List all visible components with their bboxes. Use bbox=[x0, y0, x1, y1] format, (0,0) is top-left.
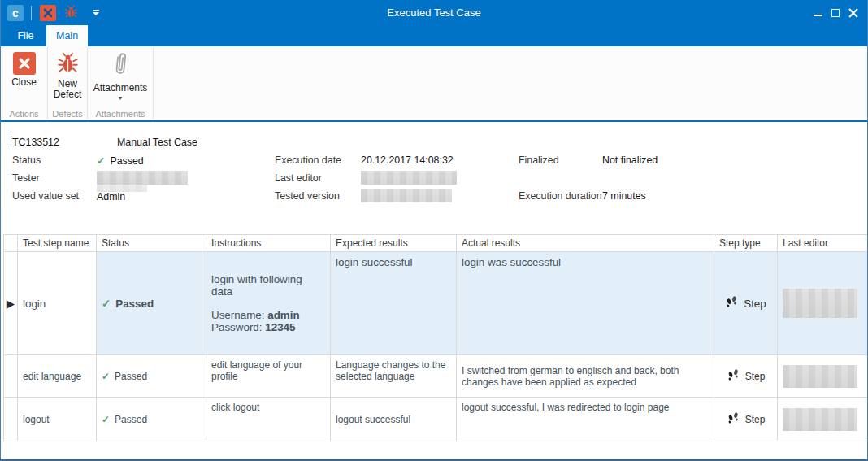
close-icon bbox=[848, 8, 858, 18]
col-header-last-editor[interactable]: Last editor bbox=[778, 235, 868, 252]
qat-close-button[interactable] bbox=[39, 4, 57, 22]
cell-test-step-name[interactable]: logout bbox=[18, 398, 97, 441]
tested-version-label: Tested version bbox=[275, 190, 340, 202]
cell-test-step-name[interactable]: edit language bbox=[18, 355, 97, 398]
execution-duration-label: Execution duration bbox=[519, 190, 602, 202]
cell-instructions[interactable]: edit language of your profile bbox=[206, 355, 331, 398]
row-indicator-icon: ▶ bbox=[7, 298, 15, 310]
bug-icon bbox=[64, 5, 78, 21]
step-type-label: Step bbox=[744, 298, 766, 310]
cell-instructions[interactable]: login with following data Username: admi… bbox=[206, 252, 331, 355]
last-editor-redacted bbox=[783, 365, 857, 388]
col-header-status[interactable]: Status bbox=[97, 235, 206, 252]
close-button[interactable]: Close bbox=[7, 49, 41, 91]
close-window-button[interactable] bbox=[844, 3, 862, 23]
col-header-test-step-name[interactable]: Test step name bbox=[18, 235, 97, 252]
tested-version-value-redacted bbox=[361, 189, 452, 202]
last-editor-redacted bbox=[783, 289, 857, 318]
cell-expected-results[interactable]: logout successful bbox=[331, 398, 457, 441]
close-x-icon bbox=[40, 5, 56, 21]
col-header-actual-results[interactable]: Actual results bbox=[457, 235, 714, 252]
execution-duration-value: 7 minutes bbox=[602, 190, 646, 202]
cell-expected-results[interactable]: Language changes to the selected languag… bbox=[331, 355, 457, 398]
table-row[interactable]: logout ✓Passed click logout logout succe… bbox=[4, 398, 868, 441]
last-editor-redacted bbox=[783, 408, 857, 431]
ribbon: Close Actions bbox=[1, 46, 867, 122]
maximize-icon bbox=[831, 9, 840, 17]
test-case-info-panel: TC133512 Manual Test Case Status ✓Passed… bbox=[1, 124, 867, 234]
col-header-instructions[interactable]: Instructions bbox=[206, 235, 331, 252]
ribbon-group-attachments: Attachments ▼ Attachments bbox=[88, 46, 153, 120]
new-defect-button[interactable]: New Defect bbox=[49, 49, 86, 103]
execution-date-value: 20.12.2017 14:08:32 bbox=[361, 154, 454, 166]
qat-separator bbox=[31, 6, 32, 20]
col-header-expected-results[interactable]: Expected results bbox=[331, 235, 457, 252]
check-icon: ✓ bbox=[102, 371, 110, 382]
cell-expected-results[interactable]: login successful bbox=[331, 252, 457, 355]
attachments-button[interactable]: Attachments ▼ bbox=[89, 49, 153, 104]
row-indicator-cell bbox=[4, 398, 18, 441]
group-label-actions: Actions bbox=[1, 109, 47, 119]
cell-step-type[interactable]: Step bbox=[714, 355, 778, 398]
close-button-label: Close bbox=[11, 77, 37, 88]
instructions-username-line: Username: admin bbox=[211, 309, 325, 321]
maximize-button[interactable] bbox=[827, 3, 844, 23]
cell-status[interactable]: ✓Passed bbox=[97, 252, 206, 355]
cell-instructions[interactable]: click logout bbox=[206, 398, 331, 441]
chevron-down-icon bbox=[93, 10, 99, 16]
quick-access-toolbar: c bbox=[1, 4, 102, 22]
last-editor-label: Last editor bbox=[275, 172, 322, 184]
paperclip-icon bbox=[108, 51, 132, 82]
last-editor-value-redacted bbox=[361, 171, 457, 185]
step-type-label: Step bbox=[745, 371, 766, 382]
dropdown-arrow-icon: ▼ bbox=[118, 96, 124, 101]
check-icon: ✓ bbox=[102, 298, 111, 310]
cell-step-type[interactable]: Step bbox=[714, 398, 778, 441]
ribbon-group-defects: New Defect Defects bbox=[48, 46, 87, 120]
cell-last-editor[interactable] bbox=[778, 398, 868, 441]
qat-customize-dropdown[interactable] bbox=[85, 4, 102, 22]
bug-icon bbox=[57, 52, 79, 76]
minimize-button[interactable] bbox=[809, 3, 827, 23]
cell-test-step-name[interactable]: login bbox=[18, 252, 97, 355]
check-icon: ✓ bbox=[97, 155, 105, 167]
cell-last-editor[interactable] bbox=[778, 252, 868, 355]
cell-last-editor[interactable] bbox=[778, 355, 868, 398]
status-label: Status bbox=[12, 154, 41, 166]
text-cursor bbox=[11, 136, 11, 147]
tab-main[interactable]: Main bbox=[46, 25, 88, 46]
step-type-label: Step bbox=[745, 414, 766, 425]
close-x-icon bbox=[13, 52, 36, 75]
execution-date-label: Execution date bbox=[275, 154, 341, 166]
used-value-set-label: Used value set bbox=[12, 190, 79, 202]
footprints-icon bbox=[727, 368, 740, 385]
table-row[interactable]: edit language ✓Passed edit language of y… bbox=[4, 355, 868, 398]
col-header-step-type[interactable]: Step type bbox=[714, 235, 778, 252]
instructions-password-line: Password: 12345 bbox=[211, 321, 325, 333]
tester-value-redacted bbox=[97, 171, 188, 185]
qat-new-defect-button[interactable] bbox=[62, 4, 80, 22]
row-indicator-cell: ▶ bbox=[4, 252, 18, 355]
cell-step-type[interactable]: Step bbox=[714, 252, 778, 355]
cell-actual-results[interactable]: logout successful, I was redirected to l… bbox=[457, 398, 714, 441]
tester-label: Tester bbox=[12, 172, 40, 184]
cell-status[interactable]: ✓Passed bbox=[97, 398, 206, 441]
ribbon-group-actions: Close Actions bbox=[1, 46, 47, 120]
table-row[interactable]: ▶ login ✓Passed login with following dat… bbox=[4, 252, 868, 355]
new-defect-button-label: New Defect bbox=[54, 79, 82, 100]
group-separator bbox=[153, 48, 154, 119]
tab-file[interactable]: File bbox=[5, 25, 46, 46]
cell-actual-results[interactable]: I switched from german to englisch and b… bbox=[457, 355, 714, 398]
attachments-button-label: Attachments bbox=[93, 83, 148, 94]
test-case-id-field[interactable]: TC133512 bbox=[12, 137, 59, 148]
grid-header-row: Test step name Status Instructions Expec… bbox=[4, 235, 868, 252]
test-steps-grid: Test step name Status Instructions Expec… bbox=[3, 234, 868, 441]
cell-status[interactable]: ✓Passed bbox=[97, 355, 206, 398]
executed-test-case-window: c bbox=[0, 0, 868, 461]
cell-actual-results[interactable]: login was successful bbox=[457, 252, 714, 355]
footprints-icon bbox=[727, 411, 740, 428]
window-controls bbox=[809, 0, 862, 25]
used-value-set-value: Admin bbox=[97, 191, 125, 202]
row-indicator-cell bbox=[4, 355, 18, 398]
titlebar: c bbox=[1, 0, 867, 25]
